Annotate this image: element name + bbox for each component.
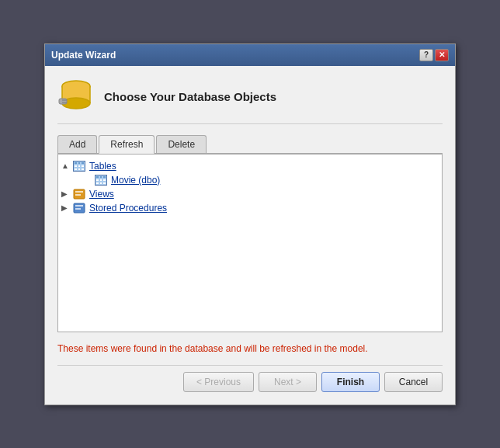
update-wizard-dialog: Update Wizard ? ✕ [44, 43, 456, 405]
previous-button[interactable]: < Previous [183, 372, 254, 392]
cancel-button[interactable]: Cancel [384, 372, 443, 392]
expand-views-icon[interactable]: ▶ [61, 189, 72, 198]
next-button[interactable]: Next > [259, 372, 317, 392]
sp-icon [72, 202, 86, 214]
tree-item-views[interactable]: ▶ Views [61, 187, 439, 201]
tree-item-stored-procedures[interactable]: ▶ Stored Procedures [61, 201, 439, 215]
tab-bar: Add Refresh Delete [57, 135, 443, 154]
views-icon [72, 188, 86, 200]
dialog-body: Choose Your Database Objects Add Refresh… [45, 66, 455, 405]
tab-delete[interactable]: Delete [156, 135, 207, 153]
svg-rect-5 [59, 99, 67, 104]
help-button[interactable]: ? [419, 49, 433, 61]
tree-item-tables[interactable]: ▲ Tables [61, 159, 439, 173]
tables-icon [72, 160, 86, 172]
tab-add[interactable]: Add [57, 135, 97, 153]
tree-item-movie[interactable]: Movie (dbo) [61, 173, 439, 187]
expand-tables-icon[interactable]: ▲ [61, 161, 72, 170]
title-bar-buttons: ? ✕ [419, 49, 449, 61]
stored-procedures-label: Stored Procedures [89, 203, 167, 214]
svg-rect-13 [75, 208, 81, 210]
button-bar: < Previous Next > Finish Cancel [57, 365, 443, 392]
svg-rect-10 [75, 194, 81, 196]
svg-rect-12 [75, 205, 83, 207]
header-title: Choose Your Database Objects [104, 90, 276, 103]
header-section: Choose Your Database Objects [57, 78, 443, 124]
tables-label: Tables [89, 161, 116, 172]
database-icon [57, 78, 95, 116]
svg-rect-9 [75, 191, 83, 193]
finish-button[interactable]: Finish [321, 372, 380, 392]
title-bar: Update Wizard ? ✕ [45, 44, 455, 66]
movie-table-icon [94, 174, 108, 186]
status-message: These items were found in the database a… [57, 340, 443, 357]
expand-sp-icon[interactable]: ▶ [61, 203, 72, 212]
movie-label: Movie (dbo) [111, 175, 160, 186]
window-title: Update Wizard [51, 50, 116, 61]
views-label: Views [89, 189, 114, 200]
tree-container[interactable]: ▲ Tables [57, 154, 443, 332]
close-button[interactable]: ✕ [435, 49, 449, 61]
tab-refresh[interactable]: Refresh [99, 135, 155, 154]
